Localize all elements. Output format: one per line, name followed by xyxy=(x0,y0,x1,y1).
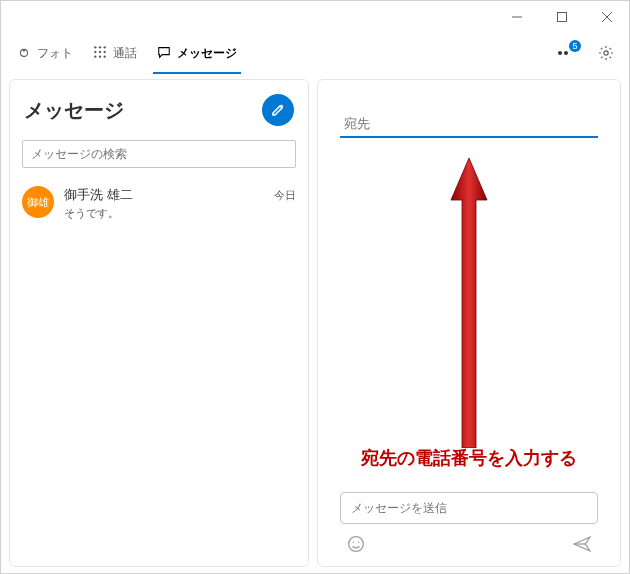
annotation-arrow xyxy=(449,158,489,448)
minimize-button[interactable] xyxy=(494,1,539,33)
svg-rect-1 xyxy=(557,13,566,22)
svg-point-18 xyxy=(358,542,360,544)
conversation-body: 御手洗 雄二 今日 そうです。 xyxy=(64,186,296,221)
conversation-name: 御手洗 雄二 xyxy=(64,186,133,204)
titlebar xyxy=(1,1,629,33)
compose-button[interactable] xyxy=(262,94,294,126)
settings-button[interactable] xyxy=(595,42,617,64)
tab-call[interactable]: 通話 xyxy=(89,39,141,68)
svg-point-14 xyxy=(104,55,106,57)
compose-icon xyxy=(270,102,286,118)
tab-label: フォト xyxy=(37,45,73,62)
send-button[interactable] xyxy=(570,532,594,556)
message-input[interactable] xyxy=(351,501,587,515)
top-nav: フォト 通話 メッセージ 5 xyxy=(1,33,629,73)
svg-point-5 xyxy=(23,49,25,51)
svg-point-8 xyxy=(104,46,106,48)
tab-message[interactable]: メッセージ xyxy=(153,39,241,68)
recipient-input[interactable] xyxy=(340,110,598,136)
svg-point-10 xyxy=(99,50,101,52)
annotation-text: 宛先の電話番号を入力する xyxy=(318,446,620,470)
tab-photo[interactable]: フォト xyxy=(13,39,77,68)
svg-point-12 xyxy=(94,55,96,57)
tab-label: メッセージ xyxy=(177,45,237,62)
tab-label: 通話 xyxy=(113,45,137,62)
close-button[interactable] xyxy=(584,1,629,33)
conversation-preview: そうです。 xyxy=(64,206,296,221)
maximize-button[interactable] xyxy=(539,1,584,33)
conversation-pane: メッセージ 御雄 御手洗 雄二 今日 そうです。 xyxy=(9,79,309,567)
send-icon xyxy=(573,535,591,553)
more-icon xyxy=(564,51,568,55)
message-actions xyxy=(318,530,620,566)
gear-icon xyxy=(598,45,614,61)
svg-point-17 xyxy=(353,542,355,544)
recipient-field[interactable] xyxy=(340,110,598,138)
emoji-icon xyxy=(347,535,365,553)
avatar: 御雄 xyxy=(22,186,54,218)
conversation-list: 御雄 御手洗 雄二 今日 そうです。 xyxy=(10,178,308,566)
notification-count-badge: 5 xyxy=(569,40,581,52)
chat-icon xyxy=(157,45,171,62)
page-title: メッセージ xyxy=(24,97,124,124)
svg-point-13 xyxy=(99,55,101,57)
photo-icon xyxy=(17,45,31,62)
svg-point-15 xyxy=(604,51,608,55)
svg-point-6 xyxy=(94,46,96,48)
search-box[interactable] xyxy=(22,140,296,168)
svg-point-7 xyxy=(99,46,101,48)
message-compose-box[interactable] xyxy=(340,492,598,524)
notifications-button[interactable]: 5 xyxy=(555,42,577,64)
svg-point-16 xyxy=(349,537,364,552)
left-header: メッセージ xyxy=(10,80,308,134)
dialpad-icon xyxy=(93,45,107,62)
svg-point-9 xyxy=(94,50,96,52)
search-input[interactable] xyxy=(31,147,287,161)
message-area: 宛先の電話番号を入力する xyxy=(318,138,620,484)
conversation-item[interactable]: 御雄 御手洗 雄二 今日 そうです。 xyxy=(10,178,308,229)
svg-point-11 xyxy=(104,50,106,52)
emoji-button[interactable] xyxy=(344,532,368,556)
message-pane: 宛先の電話番号を入力する xyxy=(317,79,621,567)
conversation-time: 今日 xyxy=(274,188,296,203)
app-window: フォト 通話 メッセージ 5 メッセージ xyxy=(0,0,630,574)
body: メッセージ 御雄 御手洗 雄二 今日 そうです。 xyxy=(1,73,629,573)
